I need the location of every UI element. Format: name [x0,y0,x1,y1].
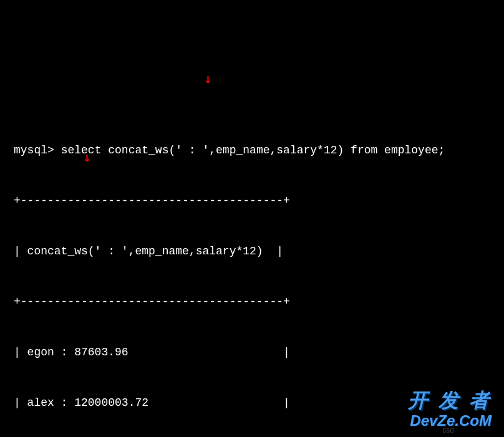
annotation-arrow-1: ↘ [199,70,218,89]
mysql-prompt: mysql> [14,144,54,156]
sql-query: select concat_ws(' : ',emp_name,salary*1… [61,144,445,156]
table-header: | concat_ws(' : ',emp_name,salary*12) | [14,243,490,260]
watermark-small: csd [442,425,454,436]
table-border-mid: +---------------------------------------… [14,294,490,310]
table-border-top: +---------------------------------------… [14,193,490,209]
terminal-output: ↘ ↘ mysql> select concat_ws(' : ',emp_na… [14,75,490,437]
table-row: | egon : 87603.96 | [14,344,490,361]
